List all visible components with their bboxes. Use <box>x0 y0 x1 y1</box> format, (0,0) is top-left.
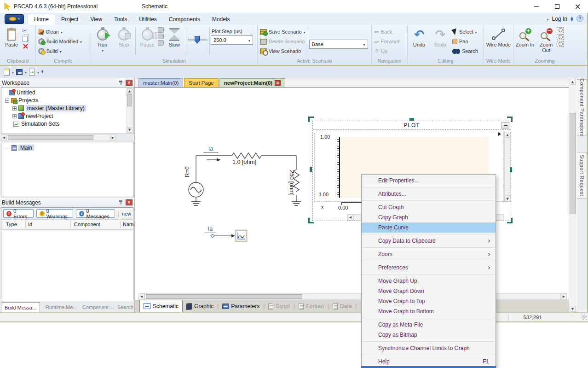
tab-utilities[interactable]: Utilities <box>133 14 163 25</box>
scroll-left-icon[interactable] <box>1 134 7 141</box>
menu-item-synchronize-channel-limits[interactable]: Synchronize Channel Limits to Graph <box>362 343 496 353</box>
cut-icon[interactable] <box>22 27 29 34</box>
signal-label-ia-bottom[interactable]: Ia <box>205 226 216 233</box>
close-icon[interactable] <box>126 199 133 205</box>
zoom-level-icon[interactable] <box>557 27 564 33</box>
expand-expander-icon[interactable]: + <box>12 114 17 118</box>
collapse-expander-icon[interactable]: − <box>5 99 9 103</box>
canvas-hscrollbar[interactable] <box>135 293 569 300</box>
close-button[interactable] <box>567 0 588 13</box>
tab-project[interactable]: Project <box>55 14 84 25</box>
search-button[interactable]: Search <box>451 47 479 56</box>
column-header-type[interactable]: Type <box>6 222 17 227</box>
panel-tab-runtime-messages[interactable]: Runtime Me... <box>42 302 80 312</box>
multi-run-icon[interactable] <box>158 34 164 39</box>
zoom-rectangle-icon[interactable] <box>557 41 564 47</box>
wire-mode-button[interactable]: Wire Mode <box>486 26 512 47</box>
scroll-down-icon[interactable] <box>504 196 511 202</box>
canvas-vscrollbar[interactable] <box>569 78 576 312</box>
login-link[interactable]: Log In <box>552 16 567 22</box>
scrollbar-thumb[interactable] <box>127 94 132 106</box>
plot-title-bar[interactable]: PLOT <box>313 121 511 130</box>
menu-item-copy-as-meta-file[interactable]: Copy as Meta-File <box>362 320 496 330</box>
paste-button[interactable]: Paste <box>1 26 22 47</box>
menu-item-copy-data-to-clipboard[interactable]: Copy Data to Clipboard <box>362 236 496 246</box>
canvas-tab-data[interactable]: Data <box>329 300 355 312</box>
selection-handle[interactable] <box>507 218 513 223</box>
menu-item-edit-properties[interactable]: Edit Properties... <box>362 175 496 186</box>
undo-button[interactable]: ↶Undo <box>409 26 430 47</box>
selection-handle[interactable] <box>507 117 513 122</box>
view-scenario-button[interactable]: View Scenario <box>259 47 307 56</box>
doc-tab-start-page[interactable]: Start Page <box>184 78 218 87</box>
pin-icon[interactable] <box>119 80 123 85</box>
menu-item-copy-graph[interactable]: Copy Graph <box>362 212 496 222</box>
maximize-button[interactable] <box>547 0 567 13</box>
save-icon[interactable] <box>16 69 23 75</box>
expand-expander-icon[interactable]: + <box>12 106 17 111</box>
collapse-ribbon-icon[interactable]: ▲▼ <box>571 17 573 21</box>
canvas-tab-schematic[interactable]: Schematic <box>139 300 183 312</box>
scroll-left-icon[interactable] <box>347 214 353 221</box>
tab-tools[interactable]: Tools <box>108 14 133 25</box>
scenario-combo[interactable]: Base <box>309 40 368 49</box>
column-header-id[interactable]: Id <box>28 222 32 227</box>
menu-item-attributes[interactable]: Attributes... <box>362 189 496 199</box>
scroll-right-icon[interactable] <box>110 134 116 141</box>
column-header-component[interactable]: Component <box>74 222 100 227</box>
redo-button[interactable]: ↷Redo <box>430 26 451 47</box>
scroll-down-icon[interactable] <box>127 127 132 133</box>
application-menu-button[interactable]: ▾ <box>5 14 24 24</box>
resize-grip[interactable] <box>582 315 587 320</box>
load-resistor-label[interactable]: 250 [ohm] <box>288 166 295 200</box>
slider-handle[interactable] <box>195 36 200 44</box>
menu-item-move-graph-up[interactable]: Move Graph Up <box>362 276 496 286</box>
save-scenario-button[interactable]: Save Scenario <box>259 27 307 36</box>
scroll-up-icon[interactable] <box>127 88 132 94</box>
scrollbar-thumb[interactable] <box>8 135 93 140</box>
close-tab-icon[interactable] <box>275 80 281 86</box>
export-icon[interactable] <box>29 69 35 76</box>
scrollbar-track[interactable] <box>144 293 561 300</box>
menu-item-move-graph-down[interactable]: Move Graph Down <box>362 286 496 296</box>
slow-button[interactable]: Slow <box>164 26 185 47</box>
selection-handle[interactable] <box>308 117 314 122</box>
close-icon[interactable] <box>126 80 133 86</box>
canvas-tab-parameters[interactable]: Parameters <box>219 300 263 312</box>
project-filter-label[interactable]: new <box>122 211 131 216</box>
pan-button[interactable]: Pan <box>451 37 479 46</box>
tab-models[interactable]: Models <box>206 14 236 25</box>
scroll-right-icon[interactable] <box>561 293 567 300</box>
stop-button[interactable]: Stop <box>113 26 134 47</box>
selection-handle[interactable] <box>409 118 414 121</box>
menu-item-cut-graph[interactable]: Cut Graph <box>362 202 496 212</box>
clean-button[interactable]: Clean <box>37 27 83 36</box>
errors-filter-button[interactable]: ! 0 Errors <box>3 209 34 218</box>
tree-item-newproject[interactable]: + newProject <box>12 112 53 120</box>
new-project-icon[interactable] <box>4 69 10 76</box>
tree-item-untitled[interactable]: Untitled <box>9 89 35 96</box>
canvas-tab-script[interactable]: Script <box>265 300 294 312</box>
signal-label-ia-top[interactable]: Ia <box>203 146 218 153</box>
build-button[interactable]: Build <box>37 47 83 56</box>
resistor-value-label[interactable]: 1.0 [ohm] <box>232 159 256 165</box>
chevron-down-icon[interactable] <box>12 69 14 75</box>
minimize-button[interactable] <box>526 0 547 13</box>
step-icon[interactable] <box>158 27 164 33</box>
chevron-down-icon[interactable] <box>25 69 27 75</box>
scroll-up-icon[interactable] <box>570 79 576 85</box>
plot-minimize-button[interactable] <box>502 122 509 129</box>
forward-button[interactable]: ⇒Forward <box>373 37 401 46</box>
warnings-filter-button[interactable]: ! 0 Warnings <box>36 209 74 218</box>
zoom-in-button[interactable]: + Zoom In <box>514 26 536 47</box>
help-icon[interactable]: ? <box>576 15 583 22</box>
tree-item-main[interactable]: — Main <box>4 144 34 152</box>
scroll-up-icon[interactable] <box>504 132 511 138</box>
snapshot-icon[interactable] <box>158 40 164 46</box>
run-button[interactable]: Run <box>92 26 113 54</box>
delete-scenario-button[interactable]: Delete Scenario <box>259 37 307 46</box>
up-button[interactable]: ⇑Up <box>373 47 401 56</box>
selection-handle[interactable] <box>308 218 314 223</box>
scroll-down-icon[interactable] <box>570 306 576 312</box>
panel-tab-component-parameters[interactable]: Component ... <box>79 302 117 312</box>
